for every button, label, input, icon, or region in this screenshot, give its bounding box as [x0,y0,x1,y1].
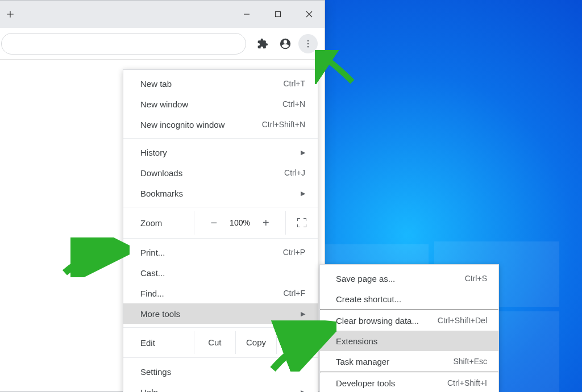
chevron-right-icon: ▶ [301,389,305,393]
zoom-in-button[interactable]: + [263,216,269,230]
submenu-extensions[interactable]: Extensions [320,331,498,351]
shortcut: Ctrl+Shift+Del [438,316,487,325]
menu-item-label: New window [140,99,188,109]
chevron-right-icon: ▶ [301,310,305,318]
menu-item-label: Downloads [140,168,182,178]
menu-zoom: Zoom − 100% + [123,211,318,235]
menu-item-label: Clear browsing data... [336,316,419,326]
shortcut: Ctrl+F [284,289,306,298]
menu-print[interactable]: Print... Ctrl+P [123,242,318,262]
menu-bookmarks[interactable]: Bookmarks ▶ [123,183,318,203]
maximize-button[interactable] [262,1,293,28]
shortcut: Ctrl+N [282,99,305,109]
svg-point-3 [307,43,309,44]
titlebar [0,1,325,28]
svg-rect-1 [275,12,280,17]
menu-history[interactable]: History ▶ [123,142,318,162]
chevron-right-icon: ▶ [301,190,305,197]
submenu-task-manager[interactable]: Task manager Shift+Esc [320,351,498,372]
shortcut: Ctrl+Shift+I [447,378,487,387]
menu-settings[interactable]: Settings [123,361,318,382]
submenu-save-page[interactable]: Save page as... Ctrl+S [320,268,498,289]
menu-item-label: Find... [140,289,164,298]
menu-item-label: Print... [140,248,165,257]
shortcut: Ctrl+P [283,248,305,257]
zoom-value: 100% [230,218,250,227]
toolbar [0,28,325,60]
menu-item-label: Save page as... [336,274,395,283]
chevron-right-icon: ▶ [301,149,305,156]
menu-item-label: More tools [140,309,180,319]
copy-button[interactable]: Copy [235,331,277,354]
menu-more-tools[interactable]: More tools ▶ [123,303,318,324]
fullscreen-button[interactable] [286,218,318,227]
profile-icon[interactable] [276,34,295,53]
edit-label: Edit [123,338,194,348]
extensions-icon[interactable] [253,34,272,53]
menu-cast[interactable]: Cast... [123,262,318,283]
shortcut: Ctrl+J [284,168,305,177]
address-bar[interactable] [1,33,246,55]
main-menu: New tab Ctrl+T New window Ctrl+N New inc… [123,69,318,392]
shortcut: Ctrl+S [465,274,487,283]
menu-item-label: Developer tools [336,378,395,388]
zoom-label: Zoom [123,218,194,228]
more-tools-submenu: Save page as... Ctrl+S Create shortcut..… [319,264,499,392]
svg-point-2 [307,40,309,41]
menu-item-label: Task manager [336,357,389,366]
menu-new-tab[interactable]: New tab Ctrl+T [123,73,318,94]
menu-help[interactable]: Help ▶ [123,382,318,392]
submenu-create-shortcut[interactable]: Create shortcut... [320,289,498,309]
submenu-dev-tools[interactable]: Developer tools Ctrl+Shift+I [320,373,498,392]
shortcut: Ctrl+T [284,79,306,88]
svg-point-4 [307,45,309,47]
menu-item-label: History [140,148,167,157]
menu-item-label: Extensions [336,336,377,346]
menu-new-window[interactable]: New window Ctrl+N [123,94,318,114]
minimize-button[interactable] [231,1,262,28]
menu-edit-row: Edit Cut Copy Paste [123,331,318,354]
cut-button[interactable]: Cut [194,331,235,354]
menu-item-label: New incognito window [140,120,225,130]
menu-item-label: New tab [140,79,172,89]
menu-item-label: Cast... [140,268,165,278]
menu-item-label: Bookmarks [140,189,183,198]
more-menu-button[interactable] [298,34,318,53]
submenu-clear-data[interactable]: Clear browsing data... Ctrl+Shift+Del [320,310,498,331]
paste-button[interactable]: Paste [276,331,318,354]
close-button[interactable] [293,1,325,28]
menu-item-label: Settings [140,367,171,377]
menu-new-incognito[interactable]: New incognito window Ctrl+Shift+N [123,114,318,135]
menu-item-label: Create shortcut... [336,294,401,304]
new-tab-button[interactable] [0,4,20,24]
zoom-out-button[interactable]: − [210,216,217,230]
shortcut: Ctrl+Shift+N [262,120,305,129]
shortcut: Shift+Esc [453,357,487,366]
menu-item-label: Help [140,387,158,393]
menu-find[interactable]: Find... Ctrl+F [123,283,318,303]
menu-downloads[interactable]: Downloads Ctrl+J [123,162,318,183]
